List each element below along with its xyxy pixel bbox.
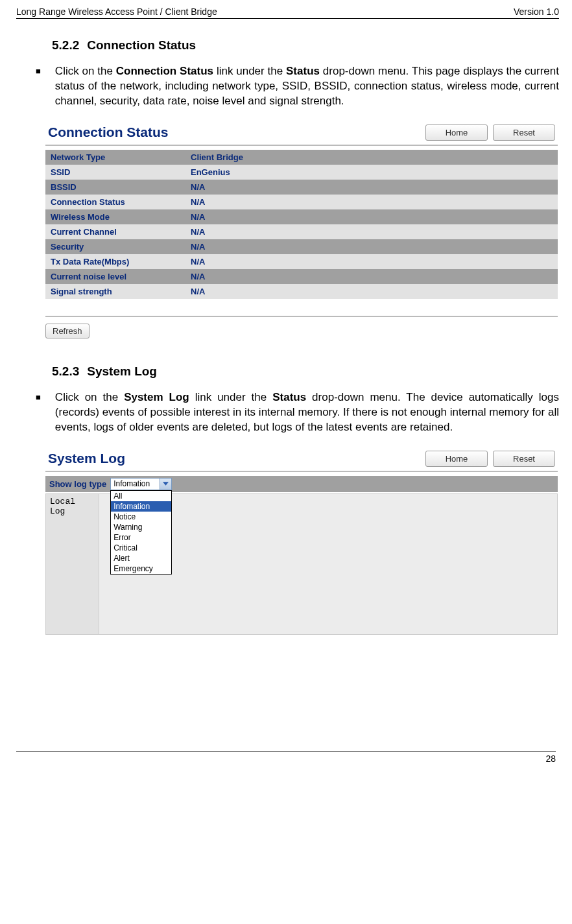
- reset-button[interactable]: Reset: [493, 124, 555, 141]
- section-heading-522: 5.2.2Connection Status: [52, 38, 559, 53]
- divider: [45, 145, 558, 146]
- panel-title: Connection Status: [48, 124, 169, 140]
- refresh-button[interactable]: Refresh: [45, 324, 89, 338]
- section-heading-523: 5.2.3System Log: [52, 364, 559, 379]
- log-type-dropdown[interactable]: Infomation AllInfomationNoticeWarningErr…: [110, 478, 172, 490]
- section-title: System Log: [87, 364, 157, 378]
- dropdown-option[interactable]: Alert: [111, 553, 171, 563]
- divider: [45, 471, 558, 472]
- table-row: Current noise levelN/A: [45, 269, 558, 284]
- panel-title: System Log: [48, 451, 125, 466]
- log-filter-bar: Show log type Infomation AllInfomationNo…: [45, 476, 558, 492]
- row-label: BSSID: [45, 180, 185, 195]
- page-number: 28: [545, 753, 556, 764]
- row-label: SSID: [45, 165, 185, 180]
- row-value: N/A: [185, 254, 558, 269]
- home-button[interactable]: Home: [425, 451, 488, 467]
- section-title: Connection Status: [87, 38, 196, 52]
- dropdown-option[interactable]: All: [111, 491, 171, 501]
- dropdown-option[interactable]: Warning: [111, 522, 171, 532]
- table-row: SSIDEnGenius: [45, 165, 558, 180]
- row-value: N/A: [185, 209, 558, 224]
- row-value: N/A: [185, 224, 558, 239]
- table-row: Signal strengthN/A: [45, 284, 558, 299]
- dropdown-selected: Infomation: [111, 479, 160, 490]
- section-number: 5.2.2: [52, 38, 79, 52]
- home-button[interactable]: Home: [425, 124, 488, 141]
- row-label: Current Channel: [45, 224, 185, 239]
- system-log-panel: System Log Home Reset Show log type Info…: [45, 447, 558, 635]
- dropdown-list[interactable]: AllInfomationNoticeWarningErrorCriticalA…: [110, 490, 172, 575]
- row-label: Tx Data Rate(Mbps): [45, 254, 185, 269]
- chevron-down-icon[interactable]: [160, 479, 171, 490]
- dropdown-option[interactable]: Error: [111, 532, 171, 543]
- table-row: Network TypeClient Bridge: [45, 150, 558, 165]
- log-row-label: Local Log: [45, 493, 99, 635]
- dropdown-option[interactable]: Infomation: [111, 501, 171, 512]
- dropdown-option[interactable]: Emergency: [111, 563, 171, 574]
- row-label: Wireless Mode: [45, 209, 185, 224]
- connection-status-panel: Connection Status Home Reset Network Typ…: [45, 121, 558, 338]
- status-table: Network TypeClient BridgeSSIDEnGeniusBSS…: [45, 150, 558, 299]
- doc-version: Version 1.0: [514, 6, 559, 17]
- row-value: N/A: [185, 195, 558, 209]
- row-label: Current noise level: [45, 269, 185, 284]
- dropdown-option[interactable]: Critical: [111, 543, 171, 553]
- table-row: Wireless ModeN/A: [45, 209, 558, 224]
- row-value: EnGenius: [185, 165, 558, 180]
- section2-paragraph: Click on the System Log link under the S…: [55, 390, 559, 435]
- show-log-type-label: Show log type: [49, 479, 106, 489]
- section-number: 5.2.3: [52, 364, 79, 378]
- table-row: Tx Data Rate(Mbps)N/A: [45, 254, 558, 269]
- row-value: N/A: [185, 284, 558, 299]
- table-row: Connection StatusN/A: [45, 195, 558, 209]
- row-label: Connection Status: [45, 195, 185, 209]
- reset-button[interactable]: Reset: [493, 451, 555, 467]
- row-label: Network Type: [45, 150, 185, 165]
- bullet-icon: ■: [36, 64, 41, 109]
- table-row: BSSIDN/A: [45, 180, 558, 195]
- row-value: N/A: [185, 180, 558, 195]
- row-value: N/A: [185, 239, 558, 254]
- table-row: SecurityN/A: [45, 239, 558, 254]
- row-value: N/A: [185, 269, 558, 284]
- dropdown-option[interactable]: Notice: [111, 512, 171, 522]
- row-value: Client Bridge: [185, 150, 558, 165]
- section1-paragraph: Click on the Connection Status link unde…: [55, 64, 559, 109]
- table-row: Current ChannelN/A: [45, 224, 558, 239]
- doc-title-left: Long Range Wireless Access Point / Clien…: [16, 6, 217, 17]
- row-label: Signal strength: [45, 284, 185, 299]
- bullet-icon: ■: [36, 390, 41, 435]
- row-label: Security: [45, 239, 185, 254]
